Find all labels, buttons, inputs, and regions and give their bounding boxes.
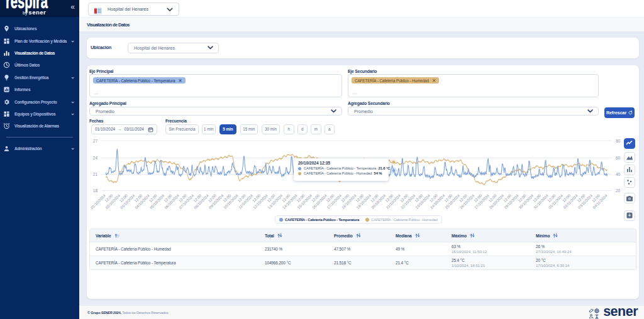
svg-text:24: 24 (93, 156, 98, 160)
svg-text:27: 27 (93, 139, 98, 143)
svg-text:20: 20 (616, 188, 621, 193)
svg-text:40: 40 (616, 172, 621, 176)
svg-text:01/10/2024: 01/10/2024 (90, 193, 106, 210)
svg-text:18: 18 (93, 188, 98, 193)
svg-text:60: 60 (616, 156, 621, 160)
svg-text:80: 80 (616, 139, 621, 143)
svg-text:21: 21 (93, 172, 98, 176)
